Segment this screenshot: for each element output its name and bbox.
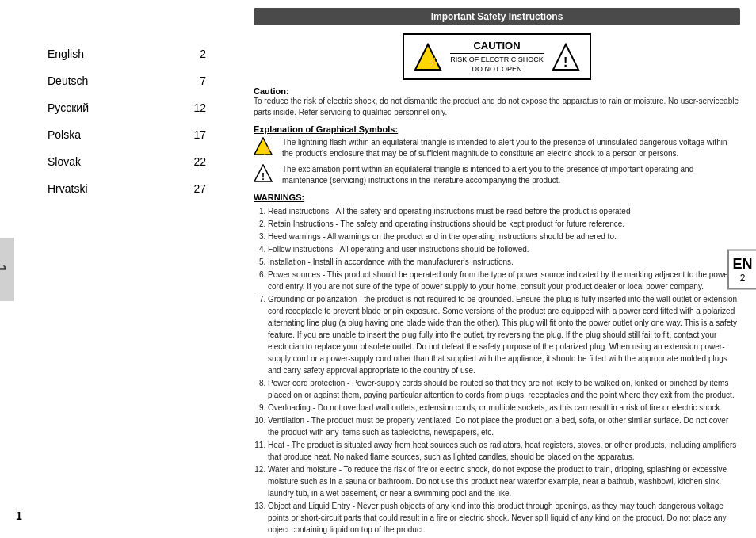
toc-page-2: 12	[193, 101, 206, 114]
symbols-heading: Explanation of Graphical Symbols:	[254, 124, 740, 134]
warning-item-2: Retain Instructions - The safety and ope…	[268, 218, 740, 230]
lightning-triangle-icon: ⚡	[414, 43, 442, 71]
svg-text:!: !	[262, 171, 265, 182]
warning-item-13: Object and Liquid Entry - Never push obj…	[268, 500, 740, 536]
toc-label-5: Hrvatski	[48, 182, 88, 195]
toc-page-1: 7	[200, 74, 206, 87]
toc-item: English2	[48, 48, 206, 60]
toc-page-3: 17	[193, 128, 206, 141]
caution-subtitle1: RISK OF ELECTRIC SHOCK	[450, 55, 544, 65]
warnings-section: WARNINGS: Read instructions - All the sa…	[254, 193, 740, 538]
warnings-heading: WARNINGS:	[254, 193, 740, 202]
toc-page-5: 27	[193, 182, 206, 195]
toc-item: Hrvatski27	[48, 182, 206, 195]
toc-item: Polska17	[48, 128, 206, 141]
warning-item-7: Grounding or polarization - the product …	[268, 293, 740, 376]
caution-text-center: CAUTION RISK OF ELECTRIC SHOCK DO NOT OP…	[450, 40, 544, 74]
caution-visual-box: ⚡ CAUTION RISK OF ELECTRIC SHOCK DO NOT …	[403, 33, 591, 80]
toc-label-4: Slovak	[48, 155, 81, 168]
toc-label-2: Русский	[48, 101, 89, 114]
svg-text:!: !	[563, 55, 567, 69]
symbols-section: Explanation of Graphical Symbols: ⚡ The …	[254, 124, 740, 186]
en-language-badge: EN 2	[727, 249, 756, 289]
warning-item-5: Installation - Install in accordance wit…	[268, 256, 740, 268]
warning-item-12: Water and moisture - To reduce the risk …	[268, 464, 740, 499]
caution-heading: Caution:	[254, 86, 740, 96]
symbol1-row: ⚡ The lightning flash within an equilate…	[254, 137, 740, 159]
toc-item: Slovak22	[48, 155, 206, 168]
svg-text:⚡: ⚡	[426, 56, 440, 70]
toc-list: English2Deutsch7Русский12Polska17Slovak2…	[48, 48, 206, 209]
warning-item-1: Read instructions - All the safety and o…	[268, 205, 740, 217]
warning-item-11: Heat - The product is situated away from…	[268, 439, 740, 463]
toc-label-1: Deutsch	[48, 74, 88, 87]
exclamation-triangle-icon: !	[552, 43, 580, 71]
en-page-number: 2	[732, 272, 753, 283]
warning-item-8: Power cord protection - Power-supply cor…	[268, 377, 740, 401]
warning-item-9: Overloading - Do not overload wall outle…	[268, 402, 740, 414]
symbol2-icon: !	[254, 164, 276, 185]
toc-page-0: 2	[200, 48, 206, 60]
right-panel: Important Safety Instructions ⚡ CAUTION …	[238, 0, 756, 538]
symbol1-text: The lightning flash within an equilatera…	[282, 137, 740, 159]
warning-item-4: Follow instructions - All operating and …	[268, 243, 740, 255]
warning-item-6: Power sources - This product should be o…	[268, 269, 740, 292]
en-label: EN	[732, 255, 753, 272]
symbol2-row: ! The exclamation point within an equila…	[254, 164, 740, 186]
symbol2-text: The exclamation point within an equilate…	[282, 164, 740, 186]
caution-box-wrapper: ⚡ CAUTION RISK OF ELECTRIC SHOCK DO NOT …	[254, 33, 740, 80]
toc-item: Русский12	[48, 101, 206, 114]
toc-page-4: 22	[193, 155, 206, 168]
symbol1-icon: ⚡	[254, 137, 276, 158]
left-panel: English2Deutsch7Русский12Polska17Slovak2…	[0, 0, 238, 538]
toc-label-0: English	[48, 48, 84, 60]
caution-body-text: To reduce the risk of electric shock, do…	[254, 96, 740, 118]
caution-subtitle2: DO NOT OPEN	[450, 65, 544, 74]
warning-item-3: Heed warnings - All warnings on the prod…	[268, 231, 740, 242]
bottom-left-page-number: 1	[16, 509, 22, 522]
warning-item-10: Ventilation - The product must be proper…	[268, 414, 740, 438]
left-page-number: 1	[0, 265, 9, 273]
caution-title: CAUTION	[450, 40, 544, 54]
toc-item: Deutsch7	[48, 74, 206, 87]
toc-label-3: Polska	[48, 128, 81, 141]
svg-text:⚡: ⚡	[262, 144, 273, 155]
caution-section: Caution: To reduce the risk of electric …	[254, 86, 740, 118]
section-header: Important Safety Instructions	[254, 8, 740, 25]
left-page-tab: 1	[0, 238, 14, 301]
warnings-list: Read instructions - All the safety and o…	[254, 205, 740, 538]
